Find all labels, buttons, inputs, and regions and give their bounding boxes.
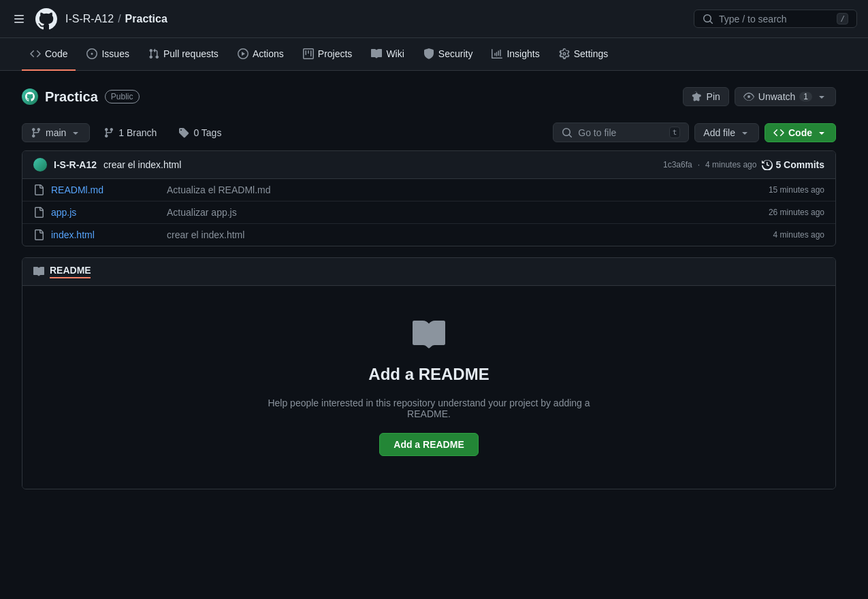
code-button[interactable]: Code [765,123,836,142]
go-to-file-label: Go to file [578,127,616,138]
nav-item-actions[interactable]: Actions [229,38,292,71]
branch-button[interactable]: main [22,123,90,142]
tags-button[interactable]: 0 Tags [170,124,229,142]
branch2-icon [103,127,114,138]
readme-add-description: Help people interested in this repositor… [259,398,599,419]
table-row: app.js Actualizar app.js 26 minutes ago [22,201,835,224]
search-keyboard-shortcut: / [837,13,848,25]
header-actions: Pin Unwatch 1 [683,87,836,106]
readme-book-icon [413,319,445,351]
commit-time: 4 minutes ago [705,160,756,169]
commit-meta: 1c3a6fa · 4 minutes ago 5 Commits [663,159,824,170]
nav-label-security: Security [438,48,473,59]
file-time-2: 4 minutes ago [743,230,824,240]
nav-label-issues: Issues [101,48,129,59]
github-logo-icon [35,8,57,30]
breadcrumb-separator: / [118,13,120,25]
file-time-1: 26 minutes ago [743,208,824,217]
chevron-down-icon [816,91,827,102]
settings-icon [559,48,570,59]
file-browser: I-S-R-A12 crear el index.html 1c3a6fa · … [22,150,836,246]
repo-name: Practica [45,89,98,105]
nav-label-actions: Actions [253,48,284,59]
branch-chevron-icon [70,127,81,138]
readme-title: README [50,265,91,276]
file-name-2[interactable]: index.html [51,229,160,240]
projects-icon [303,48,314,59]
readme-underline [50,277,91,278]
file-toolbar: main 1 Branch 0 Tags Go to file t [22,123,836,142]
table-row: READMl.md Actualiza el READMl.md 15 minu… [22,179,835,201]
nav-item-insights[interactable]: Insights [483,38,547,71]
repo-avatar [22,88,38,105]
branches-button[interactable]: 1 Branch [95,124,165,142]
add-readme-button[interactable]: Add a README [379,433,478,456]
commit-username[interactable]: I-S-R-A12 [54,159,97,170]
repo-navbar: Code Issues Pull requests Actions Projec… [0,38,868,71]
file-icon [33,207,44,218]
go-to-file-button[interactable]: Go to file t [553,123,689,142]
pin-icon [692,91,703,102]
breadcrumb: I-S-R-A12 / Practica [65,13,167,25]
repo-header: Practica Public Pin Unwatch 1 [22,87,836,106]
pull-requests-icon [148,48,159,59]
book-icon [33,266,44,277]
file-commit-msg-0: Actualiza el READMl.md [167,184,736,195]
nav-item-projects[interactable]: Projects [295,38,361,71]
code2-icon [773,127,784,138]
file-name-0[interactable]: READMl.md [51,184,160,195]
go-to-file-area: Go to file t Add file Code [553,123,836,142]
branch-icon [31,127,42,138]
readme-add-title: Add a README [368,365,489,384]
add-file-button[interactable]: Add file [694,123,759,142]
code-chevron-icon [816,127,827,138]
top-navbar: I-S-R-A12 / Practica Type / to search / [0,0,868,38]
file-icon [33,229,44,240]
main-content: Practica Public Pin Unwatch 1 [0,71,858,506]
eye-icon [743,91,754,102]
nav-item-code[interactable]: Code [22,38,76,71]
repo-visibility-badge: Public [105,90,140,103]
commit-hash: 1c3a6fa [663,160,692,169]
file-icon [33,184,44,195]
go-to-file-kbd: t [669,127,681,138]
search-bar[interactable]: Type / to search / [694,10,857,28]
commit-bar: I-S-R-A12 crear el index.html 1c3a6fa · … [22,151,835,179]
commits-count-label: 5 Commits [775,159,824,170]
search-icon [703,14,713,25]
readme-title-wrapper: README [50,265,91,278]
readme-header: README [22,258,835,286]
nav-label-pull-requests: Pull requests [163,48,219,59]
breadcrumb-org[interactable]: I-S-R-A12 [65,13,114,25]
nav-item-issues[interactable]: Issues [78,38,137,71]
hamburger-button[interactable] [11,11,27,27]
table-row: index.html crear el index.html 4 minutes… [22,224,835,246]
tag-icon [178,127,189,138]
file-name-1[interactable]: app.js [51,207,160,218]
readme-section: README Add a README Help people interest… [22,257,836,489]
code-icon [30,48,41,59]
breadcrumb-repo[interactable]: Practica [125,13,167,25]
history-icon [762,159,773,170]
nav-item-security[interactable]: Security [415,38,481,71]
unwatch-button[interactable]: Unwatch 1 [735,87,836,106]
nav-item-settings[interactable]: Settings [551,38,617,71]
pin-button[interactable]: Pin [683,87,729,106]
issues-icon [86,48,97,59]
branch-count-label: 1 Branch [118,127,157,138]
insights-icon [492,48,502,59]
add-file-label: Add file [703,127,735,138]
tags-count-label: 0 Tags [193,127,221,138]
file-commit-msg-2: crear el index.html [167,229,736,240]
nav-label-code: Code [45,48,67,59]
repo-title: Practica Public [22,88,140,105]
nav-label-wiki: Wiki [386,48,404,59]
readme-body: Add a README Help people interested in t… [22,286,835,489]
nav-item-pull-requests[interactable]: Pull requests [140,38,227,71]
file-commit-msg-1: Actualizar app.js [167,207,736,218]
nav-label-insights: Insights [507,48,539,59]
nav-item-wiki[interactable]: Wiki [363,38,412,71]
commit-message: crear el index.html [103,159,181,170]
commit-avatar [33,158,47,172]
commits-link[interactable]: 5 Commits [762,159,824,170]
